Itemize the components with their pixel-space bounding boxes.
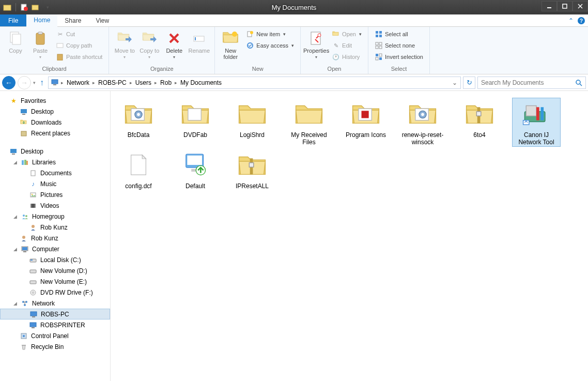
sidebar-favorites[interactable]: ★Favorites (0, 95, 110, 106)
file-item[interactable]: 6to4 (456, 98, 503, 146)
close-button[interactable] (572, 1, 588, 11)
sidebar-item-volume-d[interactable]: New Volume (D:) (0, 265, 110, 276)
sidebar-item-music[interactable]: ♪Music (0, 178, 110, 189)
select-none-icon (375, 41, 383, 50)
svg-rect-76 (30, 323, 36, 327)
sidebar-item-robkunz[interactable]: Rob Kunz (0, 222, 110, 233)
qat-folder-icon[interactable] (3, 3, 11, 11)
file-item[interactable]: Canon IJ Network Tool (513, 98, 560, 146)
sidebar-network[interactable]: ◢Network (0, 298, 110, 309)
qat-dropdown-icon[interactable] (43, 3, 51, 11)
svg-point-58 (32, 225, 35, 228)
sidebar-item-pictures[interactable]: Pictures (0, 189, 110, 200)
cut-icon: ✂ (56, 30, 64, 38)
sidebar-item-downloads[interactable]: Downloads (0, 117, 110, 128)
svg-rect-80 (22, 345, 26, 346)
drive-icon (29, 278, 37, 286)
help-icon[interactable]: ? (578, 17, 585, 24)
recent-dropdown-icon[interactable]: ▾ (33, 80, 36, 85)
tab-home[interactable]: Home (26, 14, 57, 27)
paste-button[interactable]: Paste ▾ (29, 29, 52, 60)
sidebar-item-robsprinter[interactable]: ROBSPRINTER (0, 319, 110, 330)
paste-shortcut-button[interactable]: Paste shortcut (54, 52, 104, 62)
sidebar-item-recent[interactable]: Recent places (0, 128, 110, 139)
tab-view[interactable]: View (88, 14, 116, 26)
qat-newfolder-icon[interactable] (32, 3, 40, 11)
sidebar-item-videos[interactable]: Videos (0, 200, 110, 211)
svg-rect-29 (379, 35, 382, 37)
search-icon[interactable] (575, 79, 582, 86)
breadcrumb-item[interactable]: My Documents (177, 79, 225, 86)
sidebar-item-dvd-f[interactable]: DVD RW Drive (F:) (0, 287, 110, 298)
new-item-button[interactable]: New item (244, 29, 296, 39)
dvd-icon (29, 288, 37, 297)
content-pane[interactable]: BfcDataDVDFabLogiShrdMy Received FilesPr… (111, 91, 588, 381)
file-item[interactable]: LogiShrd (228, 98, 276, 146)
breadcrumb-item[interactable]: Users (132, 79, 154, 86)
up-button[interactable]: ↑ (38, 78, 46, 87)
sidebar-recycle-bin[interactable]: Recycle Bin (0, 341, 110, 352)
sidebar-computer[interactable]: ◢Computer (0, 243, 110, 254)
expand-icon[interactable]: ◢ (12, 214, 18, 219)
file-item[interactable]: IPResetALL (228, 149, 276, 190)
copy-to-button[interactable]: Copy to▾ (138, 29, 161, 60)
rename-button[interactable]: Rename (188, 29, 210, 55)
file-item[interactable]: BfcData (115, 98, 162, 146)
invert-selection-button[interactable]: Invert selection (373, 52, 425, 62)
breadcrumb-item[interactable]: Rob (157, 79, 175, 86)
search-input[interactable] (481, 79, 575, 86)
expand-icon[interactable]: ◢ (12, 160, 18, 165)
tab-share[interactable]: Share (57, 14, 88, 26)
drive-icon (29, 256, 37, 264)
minimize-button[interactable] (541, 1, 557, 11)
sidebar-item-volume-e[interactable]: New Volume (E:) (0, 276, 110, 287)
easy-access-button[interactable]: Easy access (244, 40, 296, 51)
breadcrumb[interactable]: ▸ Network ▸ ROBS-PC ▸ Users ▸ Rob ▸ My D… (48, 77, 461, 89)
breadcrumb-item[interactable]: ROBS-PC (95, 79, 130, 86)
maximize-button[interactable] (557, 1, 572, 11)
search-box[interactable] (477, 77, 586, 89)
delete-button[interactable]: Delete▾ (163, 29, 185, 60)
breadcrumb-item[interactable]: Network (64, 79, 92, 86)
file-label: LogiShrd (240, 131, 265, 139)
move-to-button[interactable]: Move to▾ (113, 29, 136, 60)
sidebar-item-desktop[interactable]: Desktop (0, 106, 110, 117)
file-item[interactable]: renew-ip-reset-winsock (399, 98, 446, 146)
file-item[interactable]: config.dcf (115, 149, 162, 190)
copy-button[interactable]: Copy (4, 29, 27, 55)
qat-properties-icon[interactable] (20, 3, 28, 11)
select-none-button[interactable]: Select none (373, 40, 425, 51)
history-button[interactable]: 🕐History (330, 52, 364, 62)
forward-button[interactable]: → (18, 76, 31, 89)
sidebar-item-documents[interactable]: Documents (0, 167, 110, 178)
refresh-button[interactable]: ↻ (463, 77, 475, 89)
expand-icon[interactable]: ◢ (12, 301, 18, 306)
file-item[interactable]: Default (172, 149, 219, 190)
ribbon-collapse-icon[interactable]: ⌃ (568, 17, 574, 24)
cut-button[interactable]: ✂Cut (54, 29, 104, 39)
sidebar-robkunz[interactable]: Rob Kunz (0, 233, 110, 243)
expand-icon[interactable]: ◢ (12, 247, 18, 252)
properties-button[interactable]: Properties▾ (305, 29, 328, 60)
file-label: config.dcf (125, 182, 151, 190)
sidebar-item-localdisk-c[interactable]: Local Disk (C:) (0, 254, 110, 265)
svg-point-83 (137, 113, 140, 116)
file-item[interactable]: My Received Files (285, 98, 333, 146)
open-button[interactable]: Open (330, 29, 364, 39)
sidebar-control-panel[interactable]: Control Panel (0, 330, 110, 341)
svg-point-22 (250, 31, 253, 34)
sidebar-libraries[interactable]: ◢Libraries (0, 157, 110, 167)
sidebar-desktop[interactable]: Desktop (0, 146, 110, 157)
edit-button[interactable]: ✎Edit (330, 40, 364, 51)
back-button[interactable]: ← (2, 76, 16, 89)
file-item[interactable]: DVDFab (172, 98, 219, 146)
new-folder-button[interactable]: New folder (219, 29, 242, 61)
tab-file[interactable]: File (0, 14, 26, 26)
file-item[interactable]: Program Icons (342, 98, 390, 146)
copy-path-button[interactable]: Copy path (54, 40, 104, 51)
breadcrumb-dropdown-icon[interactable]: ⌄ (452, 79, 459, 86)
sidebar-item-robspc[interactable]: ROBS-PC (0, 309, 110, 319)
sidebar-homegroup[interactable]: ◢Homegroup (0, 211, 110, 222)
select-all-button[interactable]: Select all (373, 29, 425, 39)
navbar: ← → ▾ ↑ ▸ Network ▸ ROBS-PC ▸ Users ▸ Ro… (0, 74, 588, 91)
